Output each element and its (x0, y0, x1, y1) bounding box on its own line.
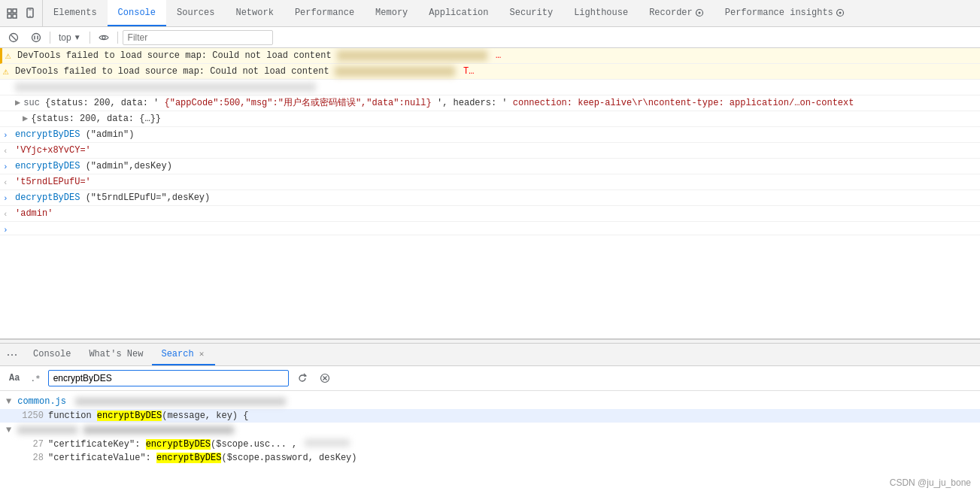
console-output-decrypt: ‹ 'admin' (0, 206, 980, 222)
prompt-icon: › (3, 224, 8, 236)
input-prompt-icon-2: › (3, 161, 8, 173)
toolbar-icons (0, 0, 43, 26)
svg-point-10 (839, 11, 841, 14)
tab-performance[interactable]: Performance (284, 0, 365, 26)
svg-point-8 (698, 11, 700, 14)
svg-rect-2 (8, 14, 11, 18)
filter-input[interactable] (123, 30, 273, 45)
pause-on-exception-button[interactable] (27, 31, 45, 44)
svg-rect-3 (13, 14, 17, 18)
panel-menu-icon[interactable] (3, 346, 21, 364)
svg-point-17 (8, 354, 9, 356)
tab-console[interactable]: Console (108, 0, 166, 26)
toolbar-divider-2 (90, 32, 90, 44)
top-context-button[interactable]: top ▼ (55, 31, 85, 44)
console-blurred-line (0, 80, 980, 95)
search-clear-button[interactable] (316, 369, 334, 387)
search-toolbar: Aa .* (0, 366, 980, 391)
toolbar-divider (50, 32, 50, 44)
svg-point-16 (102, 36, 105, 39)
clear-console-button[interactable] (5, 31, 23, 44)
search-results: ▼ common.js 1250 function encryptByDES(m… (0, 391, 980, 494)
tab-memory[interactable]: Memory (365, 0, 418, 26)
svg-point-18 (11, 354, 13, 356)
svg-rect-1 (13, 9, 17, 13)
console-output: ⚠ DevTools failed to load source map: Co… (0, 48, 980, 339)
console-response-status: ▶ {status: 200, data: {…}} (0, 111, 980, 127)
tab-sources[interactable]: Sources (166, 0, 225, 26)
regex-button[interactable]: .* (27, 372, 43, 385)
svg-point-5 (29, 15, 30, 16)
case-sensitive-button[interactable]: Aa (6, 371, 23, 385)
watermark: CSDN @ju_ju_bone (890, 477, 971, 488)
tab-performance-insights[interactable]: Performance insights (715, 0, 855, 26)
svg-line-12 (11, 35, 17, 40)
tab-elements[interactable]: Elements (43, 0, 108, 26)
eye-button[interactable] (95, 31, 113, 44)
arrow-expand-icon[interactable]: ▶ (15, 97, 20, 109)
toolbar-divider-3 (117, 32, 118, 44)
bottom-tab-search[interactable]: Search ✕ (152, 344, 215, 365)
console-warning-line-2: ⚠ DevTools failed to load source map: Co… (0, 64, 980, 80)
search-refresh-button[interactable] (293, 369, 311, 387)
console-input-encrypt2: › encryptByDES ("admin",desKey) (0, 159, 980, 174)
console-prompt[interactable]: › (0, 222, 980, 235)
warning-icon: ⚠ (5, 50, 11, 62)
tab-lighthouse[interactable]: Lighthouse (563, 0, 639, 26)
search-input[interactable] (48, 370, 289, 386)
console-output-encrypt1: ‹ 'VYjc+x8YvCY=' (0, 143, 980, 159)
tab-bar: Elements Console Sources Network Perform… (0, 0, 980, 27)
tab-security[interactable]: Security (499, 0, 564, 26)
warning-icon-2: ⚠ (3, 66, 9, 78)
search-tab-close-button[interactable]: ✕ (197, 348, 207, 359)
console-output-encrypt2: ‹ 't5rndLEPufU=' (0, 174, 980, 190)
inspect-icon[interactable] (5, 6, 20, 21)
console-warning-line: ⚠ DevTools failed to load source map: Co… (0, 48, 980, 64)
output-arrow-icon: ‹ (3, 145, 8, 157)
search-result-line-27[interactable]: 27 "certificateKey": encryptByDES($scope… (0, 438, 980, 451)
tab-recorder[interactable]: Recorder (639, 0, 715, 26)
svg-point-13 (32, 33, 41, 41)
bottom-tab-bar: Console What's New Search ✕ (0, 344, 980, 366)
bottom-tab-whatsnew[interactable]: What's New (80, 344, 152, 365)
output-arrow-icon-2: ‹ (3, 177, 8, 189)
search-result-file-siler[interactable]: ▼ (0, 423, 980, 438)
console-response-suc: ▶ suc {status: 200, data: ' {"appCode":5… (0, 95, 980, 111)
bottom-tab-console[interactable]: Console (24, 344, 80, 365)
svg-point-19 (15, 354, 17, 356)
search-result-line-28[interactable]: 28 "certificateValue": encryptByDES($sco… (0, 451, 980, 465)
tab-application[interactable]: Application (418, 0, 499, 26)
bottom-panel: Console What's New Search ✕ Aa .* (0, 344, 980, 494)
arrow-expand-icon-2[interactable]: ▶ (23, 113, 28, 125)
search-input-wrap (48, 370, 289, 386)
console-input-decrypt: › decryptByDES ("t5rndLEPufU=",desKey) (0, 190, 980, 206)
device-icon[interactable] (23, 6, 38, 21)
input-prompt-icon-3: › (3, 192, 8, 205)
console-toolbar: top ▼ (0, 27, 980, 48)
tab-network[interactable]: Network (225, 0, 284, 26)
svg-rect-0 (8, 9, 11, 13)
output-arrow-icon-3: ‹ (3, 208, 8, 220)
search-result-line-1250[interactable]: 1250 function encryptByDES(message, key)… (0, 409, 980, 423)
svg-rect-6 (29, 9, 32, 10)
console-input-encrypt1: › encryptByDES ("admin") (0, 127, 980, 143)
search-result-file-common[interactable]: ▼ common.js (0, 394, 980, 409)
input-prompt-icon: › (3, 129, 8, 141)
